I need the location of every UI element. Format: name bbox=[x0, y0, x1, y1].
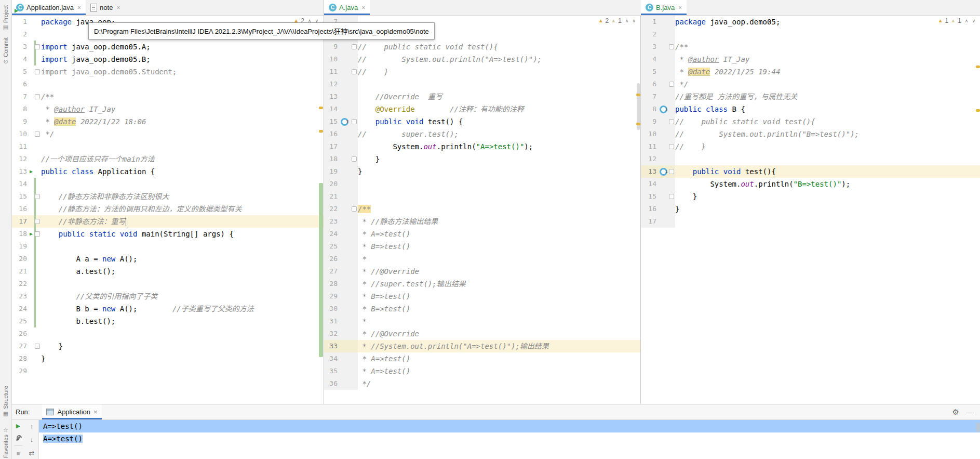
code-line[interactable]: 15 } bbox=[641, 190, 980, 203]
line-number[interactable]: 20 bbox=[324, 178, 340, 190]
code-line[interactable]: 36 */ bbox=[324, 377, 641, 390]
fold-start-icon[interactable] bbox=[669, 44, 674, 49]
code-line[interactable]: 10// System.out.println("B=>test()"); bbox=[641, 128, 980, 140]
code-line[interactable]: 25 * B=>test() bbox=[324, 240, 641, 253]
code-line[interactable]: 9 * @date 2022/1/22 18:06 bbox=[11, 115, 324, 128]
line-number[interactable]: 8 bbox=[641, 103, 659, 115]
code-line[interactable]: 30 * B=>test() bbox=[324, 303, 641, 315]
code-line[interactable]: 7/** bbox=[11, 90, 324, 103]
line-number[interactable]: 1 bbox=[11, 16, 29, 28]
close-icon[interactable]: × bbox=[77, 4, 81, 11]
code-line[interactable]: 3/** bbox=[641, 41, 980, 53]
code-line[interactable]: 33 * //System.out.println("A=>test()");输… bbox=[324, 340, 641, 352]
soft-wrap-button[interactable]: ⇄ bbox=[25, 447, 38, 459]
code-line[interactable]: 22/** bbox=[324, 203, 641, 215]
stripe-button-project[interactable]: Project ▤ bbox=[0, 5, 11, 30]
code-line[interactable]: 13↓ public void test(){ bbox=[641, 165, 980, 178]
line-number[interactable]: 32 bbox=[324, 327, 340, 340]
code-line[interactable]: 21 bbox=[324, 190, 641, 203]
line-number[interactable]: 18 bbox=[11, 228, 29, 240]
line-number[interactable]: 4 bbox=[11, 53, 29, 65]
fold-end-icon[interactable] bbox=[352, 156, 357, 162]
run-gutter-icon[interactable]: ▶ bbox=[30, 165, 33, 178]
line-number[interactable]: 13 bbox=[324, 90, 340, 103]
line-number[interactable]: 20 bbox=[11, 253, 29, 265]
line-number[interactable]: 34 bbox=[324, 352, 340, 365]
code-line[interactable]: 29 * B=>test() bbox=[324, 290, 641, 303]
code-line[interactable]: 14 bbox=[11, 178, 324, 190]
code-line[interactable]: 28 * //super.test();输出结果 bbox=[324, 278, 641, 290]
code-line[interactable]: 31 * bbox=[324, 315, 641, 327]
prev-problem-icon[interactable]: ∧ bbox=[625, 18, 629, 23]
line-number[interactable]: 6 bbox=[11, 78, 29, 90]
line-number[interactable]: 1 bbox=[641, 16, 659, 28]
tab-b-java[interactable]: C B.java × bbox=[641, 0, 687, 15]
code-line[interactable]: 5import java_oop.demo05.Student; bbox=[11, 65, 324, 78]
run-console[interactable]: A=>test()A=>test() bbox=[39, 420, 980, 459]
line-number[interactable]: 35 bbox=[324, 365, 340, 377]
inspections-widget[interactable]: ▲1▲1∧∨ bbox=[938, 17, 975, 24]
run-gutter-icon[interactable]: ▶ bbox=[30, 228, 33, 240]
console-line[interactable]: A=>test() bbox=[39, 432, 980, 445]
fold-end-icon[interactable] bbox=[35, 344, 40, 349]
line-number[interactable]: 4 bbox=[641, 53, 659, 65]
line-number[interactable]: 31 bbox=[324, 315, 340, 327]
is-overridden-icon[interactable]: ↓ bbox=[665, 165, 668, 178]
console-line[interactable]: A=>test() bbox=[39, 420, 980, 432]
line-number[interactable]: 10 bbox=[11, 128, 29, 140]
line-number[interactable]: 24 bbox=[11, 303, 29, 315]
line-number[interactable]: 22 bbox=[11, 278, 29, 290]
error-stripe-mark[interactable] bbox=[636, 94, 640, 96]
line-number[interactable]: 33 bbox=[324, 340, 340, 352]
line-number[interactable]: 23 bbox=[324, 215, 340, 228]
code-line[interactable]: 2 bbox=[641, 28, 980, 41]
code-line[interactable]: 17 //非静态方法：重写 bbox=[11, 215, 324, 228]
line-number[interactable]: 2 bbox=[11, 28, 29, 41]
line-number[interactable]: 13 bbox=[11, 165, 29, 178]
stripe-button-commit[interactable]: Commit ⊙ bbox=[0, 37, 11, 64]
close-icon[interactable]: × bbox=[361, 4, 365, 11]
up-stack-trace-button[interactable]: ↑ bbox=[25, 420, 38, 433]
code-line[interactable]: 19 bbox=[11, 240, 324, 253]
line-number[interactable]: 11 bbox=[641, 140, 659, 153]
line-number[interactable]: 14 bbox=[324, 103, 340, 115]
line-number[interactable]: 15 bbox=[641, 190, 659, 203]
inspections-widget[interactable]: ▲2▲1∧∨ bbox=[598, 17, 636, 24]
line-number[interactable]: 16 bbox=[641, 203, 659, 215]
down-stack-trace-button[interactable]: ↓ bbox=[25, 433, 38, 446]
build-settings-button[interactable] bbox=[11, 432, 25, 444]
close-icon[interactable]: × bbox=[116, 4, 120, 11]
is-overridden-icon[interactable]: ↓ bbox=[665, 103, 668, 115]
code-line[interactable]: 29 bbox=[11, 365, 324, 377]
code-line[interactable]: 8 * @author IT_Jay bbox=[11, 103, 324, 115]
line-number[interactable]: 25 bbox=[324, 240, 340, 253]
code-line[interactable]: 35 * A=>test() bbox=[324, 365, 641, 377]
code-line[interactable]: 12//一个项目应该只存一个main方法 bbox=[11, 153, 324, 165]
line-number[interactable]: 15 bbox=[324, 115, 340, 128]
code-line[interactable]: 18 } bbox=[324, 153, 641, 165]
code-line[interactable]: 11// } bbox=[641, 140, 980, 153]
line-number[interactable]: 29 bbox=[11, 365, 29, 377]
fold-start-icon[interactable] bbox=[669, 169, 674, 174]
fold-end-icon[interactable] bbox=[669, 194, 674, 199]
console-scrollbar-thumb[interactable] bbox=[976, 423, 980, 432]
line-number[interactable]: 3 bbox=[641, 41, 659, 53]
line-number[interactable]: 16 bbox=[11, 203, 29, 215]
code-line[interactable]: 25 b.test(); bbox=[11, 315, 324, 327]
line-number[interactable]: 5 bbox=[11, 65, 29, 78]
hide-panel-icon[interactable]: — bbox=[966, 408, 974, 416]
code-line[interactable]: 4 * @author IT_Jay bbox=[641, 53, 980, 65]
overrides-method-icon[interactable]: ↑ bbox=[346, 115, 350, 128]
code-line[interactable]: 34 * A=>test() bbox=[324, 352, 641, 365]
line-number[interactable]: 2 bbox=[641, 28, 659, 41]
line-number[interactable]: 25 bbox=[11, 315, 29, 327]
line-number[interactable]: 9 bbox=[324, 41, 340, 53]
code-line[interactable]: 32 * //@Override bbox=[324, 327, 641, 340]
line-number[interactable]: 17 bbox=[324, 140, 340, 153]
line-number[interactable]: 11 bbox=[324, 65, 340, 78]
line-number[interactable]: 10 bbox=[641, 128, 659, 140]
code-line[interactable]: 10 */ bbox=[11, 128, 324, 140]
line-number[interactable]: 28 bbox=[324, 278, 340, 290]
code-line[interactable]: 15↑ public void test() { bbox=[324, 115, 641, 128]
line-number[interactable]: 14 bbox=[641, 178, 659, 190]
